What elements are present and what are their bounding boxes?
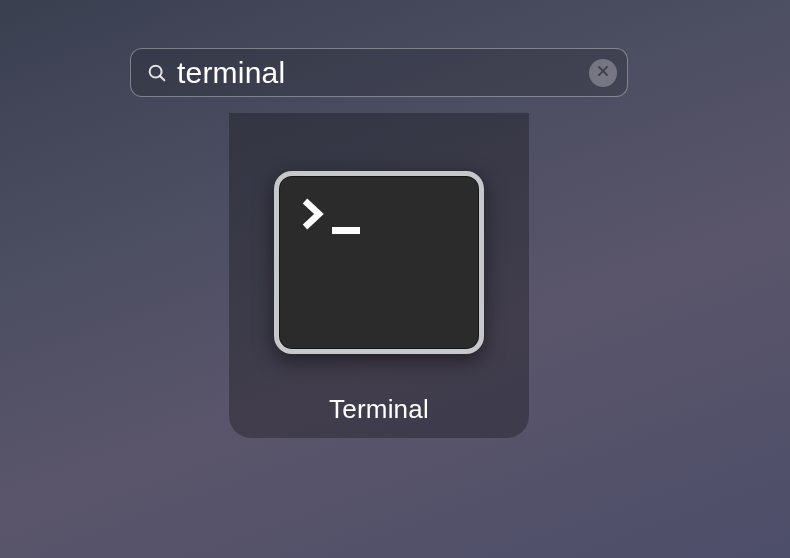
search-result-tile[interactable]: Terminal	[229, 113, 529, 438]
close-icon	[596, 64, 610, 82]
launchpad-search-bar	[130, 48, 628, 97]
search-icon	[143, 62, 171, 84]
svg-line-1	[160, 75, 164, 79]
app-label: Terminal	[329, 394, 429, 425]
terminal-prompt-icon	[302, 196, 326, 232]
terminal-app-icon	[274, 171, 484, 354]
clear-search-button[interactable]	[589, 59, 617, 87]
search-input[interactable]	[171, 56, 589, 90]
